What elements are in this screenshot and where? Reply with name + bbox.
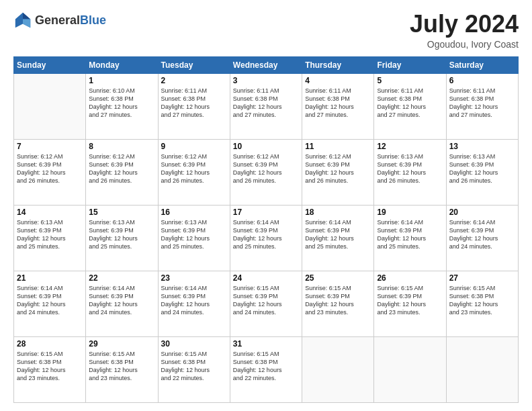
calendar-header-friday: Friday	[374, 56, 446, 73]
logo-general: General	[35, 13, 80, 27]
day-number: 18	[305, 208, 371, 217]
day-number: 29	[89, 339, 154, 349]
day-info: Sunrise: 6:13 AM Sunset: 6:39 PM Dayligh…	[377, 152, 443, 185]
day-number: 22	[89, 273, 154, 283]
day-info: Sunrise: 6:11 AM Sunset: 6:38 PM Dayligh…	[161, 87, 227, 120]
calendar-cell	[14, 73, 86, 139]
calendar-cell: 18Sunrise: 6:14 AM Sunset: 6:39 PM Dayli…	[302, 205, 374, 271]
day-info: Sunrise: 6:12 AM Sunset: 6:39 PM Dayligh…	[233, 152, 299, 185]
calendar-cell	[374, 336, 446, 402]
calendar-week-row: 7Sunrise: 6:12 AM Sunset: 6:39 PM Daylig…	[14, 139, 519, 205]
day-number: 28	[17, 339, 83, 349]
calendar-week-row: 1Sunrise: 6:10 AM Sunset: 6:38 PM Daylig…	[14, 73, 519, 139]
day-info: Sunrise: 6:10 AM Sunset: 6:38 PM Dayligh…	[89, 87, 154, 120]
page: GeneralBlue July 2024 Ogoudou, Ivory Coa…	[0, 0, 532, 411]
day-number: 7	[17, 142, 83, 151]
logo-blue: Blue	[80, 13, 106, 27]
day-number: 1	[89, 76, 154, 85]
logo-icon	[13, 11, 32, 30]
day-info: Sunrise: 6:14 AM Sunset: 6:39 PM Dayligh…	[89, 284, 154, 317]
day-number: 15	[89, 208, 154, 217]
title-area: July 2024 Ogoudou, Ivory Coast	[410, 11, 519, 50]
day-number: 17	[233, 208, 299, 217]
svg-marker-1	[23, 13, 30, 19]
calendar-header-sunday: Sunday	[14, 56, 86, 73]
day-info: Sunrise: 6:15 AM Sunset: 6:38 PM Dayligh…	[161, 350, 227, 383]
calendar-cell: 12Sunrise: 6:13 AM Sunset: 6:39 PM Dayli…	[374, 139, 446, 205]
calendar-cell: 31Sunrise: 6:15 AM Sunset: 6:38 PM Dayli…	[230, 336, 302, 402]
day-info: Sunrise: 6:15 AM Sunset: 6:38 PM Dayligh…	[233, 350, 299, 383]
calendar-cell: 21Sunrise: 6:14 AM Sunset: 6:39 PM Dayli…	[14, 271, 86, 336]
calendar-cell: 29Sunrise: 6:15 AM Sunset: 6:38 PM Dayli…	[86, 336, 158, 402]
calendar-cell: 24Sunrise: 6:15 AM Sunset: 6:39 PM Dayli…	[230, 271, 302, 336]
calendar-cell: 13Sunrise: 6:13 AM Sunset: 6:39 PM Dayli…	[446, 139, 518, 205]
calendar-cell: 17Sunrise: 6:14 AM Sunset: 6:39 PM Dayli…	[230, 205, 302, 271]
day-number: 10	[233, 142, 299, 151]
day-info: Sunrise: 6:13 AM Sunset: 6:39 PM Dayligh…	[449, 152, 515, 185]
day-info: Sunrise: 6:15 AM Sunset: 6:38 PM Dayligh…	[17, 350, 83, 383]
day-number: 11	[305, 142, 371, 151]
day-number: 21	[17, 273, 83, 283]
day-info: Sunrise: 6:12 AM Sunset: 6:39 PM Dayligh…	[305, 152, 371, 185]
calendar-header-row: SundayMondayTuesdayWednesdayThursdayFrid…	[14, 56, 519, 73]
day-info: Sunrise: 6:15 AM Sunset: 6:38 PM Dayligh…	[89, 350, 154, 383]
day-number: 14	[17, 208, 83, 217]
calendar-header-saturday: Saturday	[446, 56, 518, 73]
calendar-cell: 16Sunrise: 6:13 AM Sunset: 6:39 PM Dayli…	[158, 205, 230, 271]
calendar-header-tuesday: Tuesday	[158, 56, 230, 73]
calendar-cell: 6Sunrise: 6:11 AM Sunset: 6:38 PM Daylig…	[446, 73, 518, 139]
calendar-cell	[302, 336, 374, 402]
day-info: Sunrise: 6:14 AM Sunset: 6:39 PM Dayligh…	[377, 218, 443, 251]
day-number: 6	[449, 76, 515, 85]
calendar-cell	[446, 336, 518, 402]
day-number: 30	[161, 339, 227, 349]
day-number: 31	[233, 339, 299, 349]
day-info: Sunrise: 6:15 AM Sunset: 6:38 PM Dayligh…	[449, 284, 515, 317]
calendar-cell: 25Sunrise: 6:15 AM Sunset: 6:39 PM Dayli…	[302, 271, 374, 336]
calendar-cell: 11Sunrise: 6:12 AM Sunset: 6:39 PM Dayli…	[302, 139, 374, 205]
header: GeneralBlue July 2024 Ogoudou, Ivory Coa…	[13, 11, 519, 50]
calendar-cell: 10Sunrise: 6:12 AM Sunset: 6:39 PM Dayli…	[230, 139, 302, 205]
day-info: Sunrise: 6:12 AM Sunset: 6:39 PM Dayligh…	[17, 152, 83, 185]
calendar-cell: 9Sunrise: 6:12 AM Sunset: 6:39 PM Daylig…	[158, 139, 230, 205]
day-number: 27	[449, 273, 515, 283]
day-info: Sunrise: 6:15 AM Sunset: 6:39 PM Dayligh…	[305, 284, 371, 317]
day-info: Sunrise: 6:14 AM Sunset: 6:39 PM Dayligh…	[449, 218, 515, 251]
calendar-cell: 7Sunrise: 6:12 AM Sunset: 6:39 PM Daylig…	[14, 139, 86, 205]
calendar-week-row: 14Sunrise: 6:13 AM Sunset: 6:39 PM Dayli…	[14, 205, 519, 271]
calendar-header-thursday: Thursday	[302, 56, 374, 73]
calendar-header-wednesday: Wednesday	[230, 56, 302, 73]
calendar-cell: 14Sunrise: 6:13 AM Sunset: 6:39 PM Dayli…	[14, 205, 86, 271]
calendar-cell: 4Sunrise: 6:11 AM Sunset: 6:38 PM Daylig…	[302, 73, 374, 139]
calendar-header-monday: Monday	[86, 56, 158, 73]
calendar-cell: 20Sunrise: 6:14 AM Sunset: 6:39 PM Dayli…	[446, 205, 518, 271]
day-info: Sunrise: 6:14 AM Sunset: 6:39 PM Dayligh…	[161, 284, 227, 317]
calendar-cell: 8Sunrise: 6:12 AM Sunset: 6:39 PM Daylig…	[86, 139, 158, 205]
day-number: 25	[305, 273, 371, 283]
day-number: 24	[233, 273, 299, 283]
calendar-cell: 2Sunrise: 6:11 AM Sunset: 6:38 PM Daylig…	[158, 73, 230, 139]
location: Ogoudou, Ivory Coast	[410, 39, 519, 50]
svg-marker-2	[23, 19, 30, 28]
day-number: 26	[377, 273, 443, 283]
day-info: Sunrise: 6:15 AM Sunset: 6:39 PM Dayligh…	[233, 284, 299, 317]
month-title: July 2024	[410, 11, 519, 38]
calendar-cell: 30Sunrise: 6:15 AM Sunset: 6:38 PM Dayli…	[158, 336, 230, 402]
day-number: 19	[377, 208, 443, 217]
calendar-cell: 23Sunrise: 6:14 AM Sunset: 6:39 PM Dayli…	[158, 271, 230, 336]
day-info: Sunrise: 6:14 AM Sunset: 6:39 PM Dayligh…	[305, 218, 371, 251]
day-number: 2	[161, 76, 227, 85]
day-number: 20	[449, 208, 515, 217]
day-info: Sunrise: 6:14 AM Sunset: 6:39 PM Dayligh…	[17, 284, 83, 317]
day-info: Sunrise: 6:11 AM Sunset: 6:38 PM Dayligh…	[305, 87, 371, 120]
day-number: 3	[233, 76, 299, 85]
calendar-cell: 15Sunrise: 6:13 AM Sunset: 6:39 PM Dayli…	[86, 205, 158, 271]
day-number: 5	[377, 76, 443, 85]
day-number: 23	[161, 273, 227, 283]
day-info: Sunrise: 6:13 AM Sunset: 6:39 PM Dayligh…	[89, 218, 154, 251]
day-info: Sunrise: 6:13 AM Sunset: 6:39 PM Dayligh…	[17, 218, 83, 251]
day-number: 16	[161, 208, 227, 217]
calendar-week-row: 21Sunrise: 6:14 AM Sunset: 6:39 PM Dayli…	[14, 271, 519, 336]
day-info: Sunrise: 6:11 AM Sunset: 6:38 PM Dayligh…	[233, 87, 299, 120]
logo: GeneralBlue	[13, 11, 106, 30]
